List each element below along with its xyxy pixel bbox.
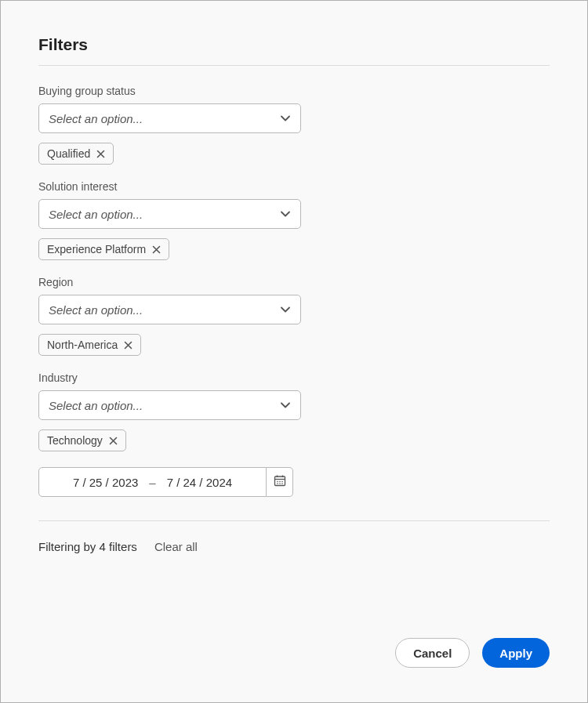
svg-point-6 (281, 481, 283, 483)
field-label: Industry (38, 371, 550, 384)
filter-summary: Filtering by 4 filters (38, 540, 137, 553)
date-range-row: 7 / 25 / 2023 – 7 / 24 / 2024 (38, 467, 293, 497)
chevron-down-icon (280, 113, 291, 124)
footer-row: Filtering by 4 filters Clear all (38, 540, 550, 553)
tag-experience-platform: Experience Platform (38, 238, 169, 260)
select-placeholder: Select an option... (49, 303, 143, 317)
clear-all-link[interactable]: Clear all (154, 540, 198, 553)
field-label: Region (38, 276, 550, 288)
svg-point-8 (279, 483, 281, 484)
tag-list: Technology (38, 429, 550, 451)
tag-list: Qualified (38, 143, 550, 165)
calendar-icon (274, 474, 286, 490)
chevron-down-icon (280, 304, 291, 315)
date-range-input[interactable]: 7 / 25 / 2023 – 7 / 24 / 2024 (38, 467, 267, 497)
date-end: 7 / 24 / 2024 (167, 476, 232, 489)
date-start: 7 / 25 / 2023 (73, 476, 138, 489)
tag-label: North-America (47, 339, 118, 351)
svg-point-7 (277, 483, 278, 484)
tag-list: North-America (38, 334, 550, 356)
close-icon[interactable] (96, 150, 105, 158)
close-icon[interactable] (152, 245, 161, 254)
field-industry: Industry Select an option... Technology (38, 371, 550, 451)
chevron-down-icon (280, 208, 291, 219)
region-select[interactable]: Select an option... (38, 295, 301, 324)
buying-group-status-select[interactable]: Select an option... (38, 103, 301, 133)
close-icon[interactable] (109, 437, 118, 445)
industry-select[interactable]: Select an option... (38, 390, 301, 420)
select-placeholder: Select an option... (49, 208, 143, 221)
tag-qualified: Qualified (38, 143, 114, 165)
divider-top (38, 65, 550, 66)
tag-label: Technology (47, 434, 103, 447)
apply-button[interactable]: Apply (482, 638, 550, 668)
page-title: Filters (38, 35, 550, 54)
select-placeholder: Select an option... (49, 399, 143, 412)
solution-interest-select[interactable]: Select an option... (38, 199, 301, 229)
field-buying-group-status: Buying group status Select an option... … (38, 85, 550, 165)
close-icon[interactable] (124, 341, 132, 350)
select-placeholder: Select an option... (49, 112, 143, 125)
date-separator: – (149, 476, 155, 489)
calendar-button[interactable] (267, 467, 293, 497)
tag-technology: Technology (38, 429, 126, 451)
svg-point-9 (281, 483, 283, 484)
svg-point-5 (279, 481, 281, 483)
button-row: Cancel Apply (395, 638, 550, 668)
tag-list: Experience Platform (38, 238, 550, 260)
tag-label: Qualified (47, 147, 90, 160)
cancel-button[interactable]: Cancel (395, 638, 470, 668)
field-solution-interest: Solution interest Select an option... Ex… (38, 180, 550, 260)
field-label: Solution interest (38, 180, 550, 193)
svg-point-4 (277, 481, 278, 483)
tag-label: Experience Platform (47, 243, 146, 255)
field-label: Buying group status (38, 85, 550, 97)
divider-bottom (38, 520, 550, 521)
filters-panel: Filters Buying group status Select an op… (0, 0, 588, 703)
field-region: Region Select an option... North-America (38, 276, 550, 356)
chevron-down-icon (280, 400, 291, 411)
tag-north-america: North-America (38, 334, 141, 356)
